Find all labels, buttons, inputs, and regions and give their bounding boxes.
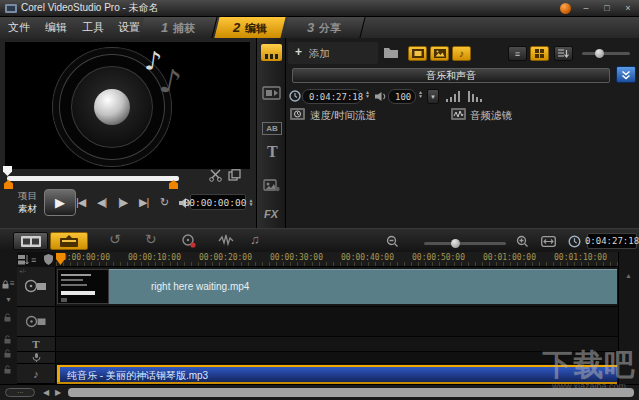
thumbnail-zoom-slider-thumb[interactable] [595, 49, 604, 58]
prev-frame-button[interactable]: ◀| [97, 196, 106, 209]
nav-instant-project-icon[interactable] [262, 86, 281, 100]
maximize-button[interactable]: □ [601, 2, 613, 14]
voice-track[interactable] [56, 352, 618, 364]
track-scroll-pill[interactable]: ⋯ [5, 388, 35, 397]
nav-title-icon[interactable]: T [267, 143, 278, 161]
smart-proxy-shield-icon[interactable] [44, 254, 53, 265]
add-gallery-tab[interactable]: + 添加 [288, 42, 378, 64]
overlay-track-header[interactable] [17, 307, 56, 337]
scroll-right-button[interactable]: ▶ [55, 388, 61, 397]
tab-edit[interactable]: 2编辑 [214, 17, 285, 38]
clip-volume-icon [375, 91, 387, 102]
menu-file[interactable]: 文件 [8, 17, 30, 38]
trim-handle-end[interactable] [169, 180, 178, 189]
video-clip[interactable]: right here waiting.mp4 [109, 269, 617, 304]
timecode-spinner[interactable]: ▲▼ [249, 198, 252, 206]
swap-tracks-icon[interactable] [18, 254, 29, 265]
thumbnail-zoom-slider[interactable] [582, 52, 630, 55]
volume-spinner[interactable]: ▲▼ [418, 90, 423, 98]
repeat-button[interactable]: ↻ [160, 196, 169, 209]
next-frame-button[interactable]: |▶ [118, 196, 127, 209]
lock-video-track-icon[interactable] [4, 313, 11, 322]
undo-button[interactable]: ↺ [109, 231, 121, 247]
volume-dropdown-button[interactable]: ▼ [427, 89, 439, 104]
project-timecode[interactable]: 0:04:27:18 [587, 233, 637, 249]
speed-timelapse-icon[interactable] [290, 108, 305, 120]
preview-playhead[interactable] [3, 166, 12, 176]
fade-out-icon[interactable] [468, 91, 483, 102]
trim-handle-start[interactable] [4, 180, 13, 189]
mode-clip-label[interactable]: 素材 [18, 203, 37, 216]
record-capture-icon[interactable] [181, 234, 196, 248]
title-track[interactable] [56, 337, 618, 352]
enlarge-preview-icon[interactable] [228, 169, 241, 181]
list-view-button[interactable]: ≡ [508, 46, 527, 61]
zoom-out-icon[interactable] [386, 235, 399, 248]
overlay-track[interactable] [56, 307, 618, 337]
horizontal-scrollbar[interactable] [68, 388, 634, 397]
redo-button[interactable]: ↻ [145, 231, 157, 247]
title-track-header[interactable]: T [17, 337, 56, 352]
menu-settings[interactable]: 设置 [118, 17, 140, 38]
sound-mixer-icon[interactable] [218, 234, 234, 247]
audio-filter-label[interactable]: 音频滤镜 [470, 109, 512, 123]
split-clip-icon[interactable] [209, 169, 222, 182]
gutter-chevron-down-icon[interactable]: ▼ [5, 296, 12, 303]
mode-project-label[interactable]: 项目 [18, 190, 37, 203]
tab-share[interactable]: 3分享 [283, 17, 365, 38]
track-manager-icon[interactable]: ≡ [31, 255, 36, 265]
zoom-in-icon[interactable] [516, 235, 529, 248]
ripple-edit-icon[interactable]: ≡ [10, 279, 15, 288]
video-clip-thumbnail[interactable] [57, 269, 109, 304]
track-resize-label[interactable]: +/- [19, 268, 26, 274]
storyboard-view-button[interactable] [13, 232, 48, 250]
filter-video-button[interactable] [408, 46, 427, 61]
lock-title-track-icon[interactable] [4, 349, 11, 358]
ruler-tick: 00:00:40:00 [341, 253, 394, 262]
menu-edit[interactable]: 编辑 [45, 17, 67, 38]
music-note-light-icon: ♪ [143, 45, 164, 77]
preview-timecode[interactable]: 00:00:00:00 ▲▼ [190, 194, 246, 210]
scroll-left-button[interactable]: ◀ [43, 388, 49, 397]
lock-music-track-icon[interactable] [4, 365, 11, 374]
nav-filter-icon[interactable]: FX [264, 208, 278, 220]
audio-filter-icon[interactable] [451, 108, 466, 120]
voice-track-header[interactable] [17, 352, 56, 364]
clip-duration-field[interactable]: 0:04:27:18 [302, 89, 362, 104]
filter-photo-button[interactable] [430, 46, 449, 61]
import-folder-icon[interactable] [383, 46, 399, 59]
nav-media-icon[interactable] [261, 44, 282, 61]
fit-project-icon[interactable] [541, 236, 556, 247]
filter-audio-button[interactable]: ♪ [452, 46, 471, 61]
timeline-ruler[interactable]: 00:00:00:00 00:00:10:00 00:00:20:00 00:0… [56, 252, 618, 267]
close-button[interactable]: × [622, 2, 634, 14]
trim-bar[interactable] [7, 176, 179, 181]
duration-spinner[interactable]: ▲▼ [365, 90, 370, 98]
timeline-playhead[interactable] [56, 253, 65, 265]
music-track-header[interactable]: ♪ [17, 364, 56, 384]
nav-graphic-icon[interactable] [263, 179, 280, 192]
video-clip-name: right here waiting.mp4 [151, 281, 249, 292]
clip-volume-field[interactable]: 100 [388, 89, 416, 104]
thumbnail-view-button[interactable] [530, 46, 549, 61]
nav-transition-icon[interactable]: AB [262, 122, 282, 135]
lock-all-icon[interactable] [2, 280, 9, 289]
minimize-button[interactable]: – [580, 2, 592, 14]
home-button[interactable]: |◀ [76, 196, 85, 209]
music-clip[interactable]: 纯音乐 - 美丽的神话钢琴版.mp3 [57, 365, 617, 384]
timeline-zoom-slider[interactable] [424, 242, 506, 245]
fade-in-icon[interactable] [446, 91, 461, 102]
timeline-zoom-slider-thumb[interactable] [451, 239, 460, 248]
expand-options-button[interactable] [616, 66, 636, 83]
menu-tools[interactable]: 工具 [82, 17, 104, 38]
tab-capture[interactable]: 1捕获 [139, 17, 217, 38]
lock-overlay-track-icon[interactable] [4, 335, 11, 344]
options-panel-title[interactable]: 音乐和声音 [292, 68, 610, 83]
timeline-view-button[interactable] [50, 232, 88, 250]
preview-video-area[interactable]: ♪ ♪ [5, 42, 250, 169]
end-button[interactable]: ▶| [139, 196, 148, 209]
speed-timelapse-label[interactable]: 速度/时间流逝 [310, 109, 376, 123]
play-button[interactable]: ▶ [44, 189, 76, 216]
auto-music-icon[interactable]: ♫ [250, 232, 260, 247]
sort-button[interactable] [554, 46, 573, 61]
